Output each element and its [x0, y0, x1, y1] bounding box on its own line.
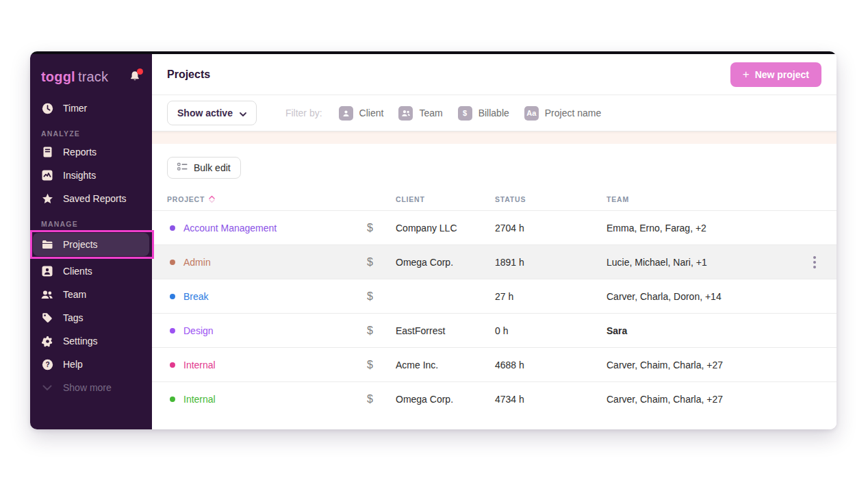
sidebar-item-label: Settings [63, 336, 98, 347]
column-header-client[interactable]: CLIENT [396, 195, 495, 203]
notifications-button[interactable] [129, 70, 142, 84]
project-name-link[interactable]: Admin [183, 257, 211, 268]
billable-dollar-icon: $ [367, 290, 396, 303]
new-project-label: New project [755, 69, 809, 80]
sort-icon[interactable] [209, 195, 215, 203]
filter-chip-client[interactable]: Client [339, 106, 384, 121]
project-color-dot [170, 260, 175, 265]
show-active-label: Show active [177, 108, 233, 118]
page: toggltrack Timer ANALYZE [0, 0, 868, 478]
row-menu-button[interactable] [810, 253, 819, 271]
project-name-link[interactable]: Internal [183, 394, 216, 405]
bulk-edit-icon [177, 162, 188, 173]
table-row[interactable]: Break $ 27 h Carver, Charla, Doron, +14 [152, 279, 837, 313]
status-cell: 0 h [495, 325, 607, 336]
star-icon [41, 192, 53, 205]
page-header: Projects + New project [152, 54, 837, 95]
filter-by-label: Filter by: [285, 108, 322, 118]
table-row[interactable]: Account Management $ Company LLC 2704 h … [152, 210, 837, 244]
team-cell: Carver, Charla, Doron, +14 [607, 291, 800, 302]
folder-icon [41, 238, 53, 251]
sidebar-item-label: Timer [63, 103, 87, 114]
logo-track: track [78, 69, 108, 84]
status-cell: 4734 h [495, 394, 607, 405]
help-icon: ? [41, 358, 53, 370]
project-name-link[interactable]: Internal [183, 360, 216, 370]
billable-dollar-icon: $ [367, 359, 396, 371]
main-content: Projects + New project Show active Filte… [152, 54, 837, 429]
team-cell: Sara [607, 325, 800, 336]
page-title: Projects [167, 68, 210, 81]
team-cell: Emma, Erno, Farag, +2 [607, 223, 800, 234]
team-icon [41, 288, 53, 301]
section-label-manage: MANAGE [30, 210, 152, 228]
sidebar-item-label: Help [63, 359, 83, 370]
filter-chip-label: Team [419, 108, 442, 118]
sidebar-item-show-more[interactable]: Show more [30, 376, 152, 399]
bulk-edit-button[interactable]: Bulk edit [167, 157, 241, 179]
person-icon [339, 106, 353, 121]
logo-toggl: toggl [41, 69, 75, 84]
filter-chip-team[interactable]: Team [398, 106, 442, 121]
sidebar-item-label: Reports [63, 147, 97, 158]
plus-icon: + [743, 68, 750, 80]
billable-dollar-icon: $ [367, 256, 396, 268]
sidebar-item-label: Team [63, 289, 86, 300]
filter-chip-label: Project name [545, 108, 601, 118]
table-row[interactable]: Admin $ Omega Corp. 1891 h Lucie, Michae… [152, 244, 837, 279]
app-window: toggltrack Timer ANALYZE [30, 51, 837, 429]
chevron-down-icon [240, 108, 246, 118]
sidebar-item-saved-reports[interactable]: Saved Reports [30, 187, 152, 210]
table-row[interactable]: Internal $ Acme Inc. 4688 h Carver, Chai… [152, 347, 837, 381]
projects-panel: Bulk edit PROJECT CLIENT [152, 144, 837, 429]
sidebar-item-insights[interactable]: Insights [30, 164, 152, 187]
sidebar-item-projects[interactable]: Projects [33, 233, 149, 256]
project-name-link[interactable]: Account Management [183, 223, 277, 234]
show-active-dropdown[interactable]: Show active [167, 101, 257, 125]
team-cell: Lucie, Michael, Nari, +1 [607, 257, 800, 268]
sidebar-item-label: Projects [63, 239, 98, 250]
filter-chip-project-name[interactable]: Aa Project name [524, 106, 601, 121]
sidebar-item-settings[interactable]: Settings [30, 329, 152, 353]
billable-dollar-icon: $ [367, 393, 396, 405]
project-color-dot [170, 397, 175, 402]
column-header-status[interactable]: STATUS [495, 195, 607, 203]
svg-text:?: ? [45, 361, 49, 368]
status-cell: 4688 h [495, 360, 607, 370]
column-header-project[interactable]: PROJECT [167, 195, 367, 203]
new-project-button[interactable]: + New project [730, 62, 821, 87]
sidebar-item-label: Insights [63, 170, 96, 181]
sidebar-item-team[interactable]: Team [30, 283, 152, 306]
sidebar: toggltrack Timer ANALYZE [30, 54, 152, 429]
sidebar-item-timer[interactable]: Timer [30, 97, 152, 120]
team-cell: Carver, Chaim, Charla, +27 [607, 394, 800, 405]
sidebar-item-reports[interactable]: Reports [30, 140, 152, 164]
clients-icon [41, 265, 53, 277]
sidebar-item-clients[interactable]: Clients [30, 260, 152, 283]
client-cell: Company LLC [396, 223, 495, 234]
client-cell: Omega Corp. [396, 257, 495, 268]
table-row[interactable]: Design $ EastForrest 0 h Sara [152, 313, 837, 347]
status-cell: 1891 h [495, 257, 607, 268]
project-name-link[interactable]: Design [183, 325, 214, 336]
status-cell: 2704 h [495, 223, 607, 234]
tag-icon [41, 312, 53, 324]
sidebar-item-help[interactable]: ? Help [30, 353, 152, 376]
aa-icon: Aa [524, 106, 539, 121]
sidebar-item-tags[interactable]: Tags [30, 306, 152, 329]
project-color-dot [170, 294, 175, 299]
gear-icon [41, 335, 53, 347]
column-header-team[interactable]: TEAM [607, 195, 800, 203]
team-cell: Carver, Chaim, Charla, +27 [607, 360, 800, 370]
filter-bar: Show active Filter by: Client [152, 95, 837, 131]
people-icon [398, 106, 413, 121]
filter-chip-billable[interactable]: $ Billable [458, 106, 509, 121]
notification-dot [137, 68, 143, 75]
table-row[interactable]: Internal $ Omega Corp. 4734 h Carver, Ch… [152, 381, 837, 416]
dollar-icon: $ [458, 106, 472, 121]
section-label-analyze: ANALYZE [30, 120, 152, 138]
client-cell: Acme Inc. [396, 360, 495, 370]
project-color-dot [170, 225, 175, 231]
project-name-link[interactable]: Break [183, 291, 209, 302]
sidebar-item-label: Saved Reports [63, 193, 127, 204]
